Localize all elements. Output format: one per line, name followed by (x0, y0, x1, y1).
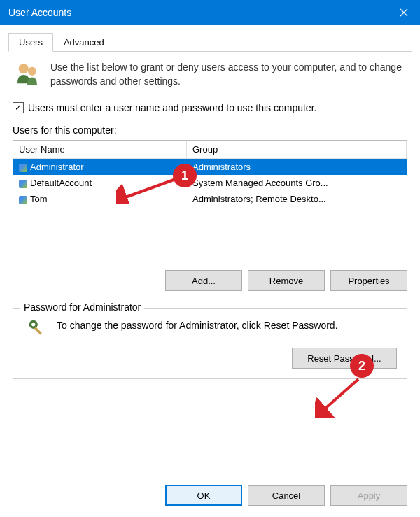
dialog-content: Users Advanced Use the list below to gra… (0, 25, 420, 379)
user-group: Administrators; Remote Deskto... (187, 192, 407, 206)
close-icon (400, 8, 408, 17)
annotation-badge-1: 1 (173, 164, 197, 187)
svg-point-0 (19, 64, 29, 73)
reset-password-button[interactable]: Reset Password... (292, 348, 397, 369)
intro-text: Use the list below to grant or deny user… (50, 60, 407, 89)
user-name: Tom (30, 194, 48, 204)
cancel-button[interactable]: Cancel (248, 485, 325, 506)
people-icon (13, 60, 42, 90)
list-row-tom[interactable]: Tom Administrators; Remote Deskto... (13, 191, 407, 207)
user-group: System Managed Accounts Gro... (187, 176, 407, 190)
password-section: Password for Administrator To change the… (13, 308, 407, 379)
require-password-checkbox[interactable]: ✓ (13, 102, 24, 113)
key-icon (27, 318, 47, 338)
annotation-arrow-2 (315, 376, 364, 418)
intro-row: Use the list below to grant or deny user… (13, 60, 407, 90)
annotation-arrow-1 (116, 176, 179, 204)
properties-button[interactable]: Properties (330, 270, 407, 291)
users-list[interactable]: User Name Group Administrator Administra… (13, 140, 407, 260)
svg-point-1 (28, 67, 36, 76)
apply-button: Apply (330, 485, 407, 506)
list-row-administrator[interactable]: Administrator Administrators (13, 159, 407, 175)
tab-users[interactable]: Users (8, 33, 53, 52)
user-name: DefaultAccount (30, 178, 92, 188)
ok-button[interactable]: OK (165, 485, 242, 506)
close-button[interactable] (388, 0, 420, 25)
user-name: Administrator (30, 162, 84, 172)
window-title: User Accounts (8, 7, 71, 18)
users-list-label: Users for this computer: (13, 125, 407, 136)
tab-advanced[interactable]: Advanced (53, 33, 115, 52)
column-username[interactable]: User Name (13, 141, 187, 158)
require-password-row: ✓ Users must enter a user name and passw… (13, 102, 407, 113)
dialog-buttons: OK Cancel Apply (165, 485, 407, 506)
column-group[interactable]: Group (187, 141, 407, 158)
user-buttons: Add... Remove Properties (13, 270, 407, 291)
svg-line-6 (322, 379, 358, 411)
annotation-badge-2: 2 (350, 354, 374, 378)
svg-rect-4 (34, 327, 42, 334)
remove-button[interactable]: Remove (248, 270, 325, 291)
user-icon (19, 180, 27, 188)
password-section-legend: Password for Administrator (20, 302, 144, 313)
tab-strip: Users Advanced (8, 32, 412, 52)
list-row-defaultaccount[interactable]: DefaultAccount System Managed Accounts G… (13, 175, 407, 191)
password-section-text: To change the password for Administrator… (57, 318, 397, 332)
add-button[interactable]: Add... (165, 270, 242, 291)
svg-point-3 (31, 323, 35, 326)
user-group: Administrators (187, 160, 407, 173)
svg-line-5 (122, 179, 176, 199)
titlebar: User Accounts (0, 0, 420, 25)
user-icon (19, 196, 27, 204)
user-icon (19, 164, 27, 172)
list-header: User Name Group (13, 141, 407, 159)
require-password-label: Users must enter a user name and passwor… (28, 102, 316, 113)
